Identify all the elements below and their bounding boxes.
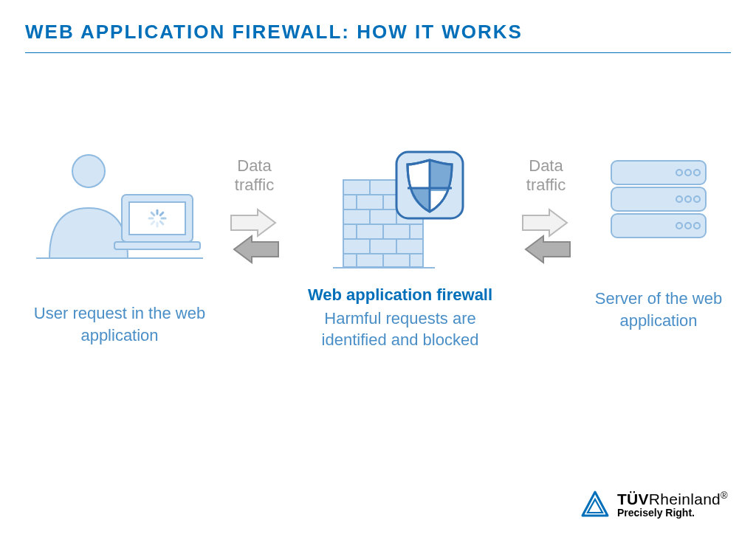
tuv-triangle-icon <box>580 490 610 519</box>
waf-title: Web application firewall <box>308 284 492 306</box>
server-caption: Server of the web application <box>592 288 725 331</box>
logo-tagline: Precisely Right. <box>617 507 728 519</box>
bidirectional-arrows-icon <box>518 208 574 264</box>
arrow-right-label: Data traffic <box>509 156 583 195</box>
svg-rect-2 <box>129 202 185 235</box>
svg-point-0 <box>72 155 105 187</box>
user-laptop-icon <box>35 149 205 260</box>
bidirectional-arrows-icon <box>227 208 283 264</box>
arrows-right-column: Data traffic <box>509 156 583 264</box>
user-caption: User request in the web application <box>31 302 208 346</box>
arrows-left-column: Data traffic <box>218 156 292 264</box>
arrow-left-label: Data traffic <box>218 156 292 195</box>
server-rack-icon <box>605 149 712 245</box>
diagram-row: User request in the web application Data… <box>25 149 731 351</box>
page-title: WEB APPLICATION FIREWALL: HOW IT WORKS <box>25 21 731 53</box>
server-column: Server of the web application <box>592 149 725 331</box>
brand-logo: TÜVRheinland® Precisely Right. <box>580 490 728 519</box>
user-column: User request in the web application <box>31 149 208 346</box>
firewall-column: Web application firewall Harmful request… <box>300 149 500 351</box>
waf-subtitle: Harmful requests are identified and bloc… <box>300 308 500 351</box>
svg-rect-11 <box>114 242 200 249</box>
logo-brand-text: TÜVRheinland® <box>617 491 728 507</box>
firewall-shield-icon <box>330 149 470 271</box>
